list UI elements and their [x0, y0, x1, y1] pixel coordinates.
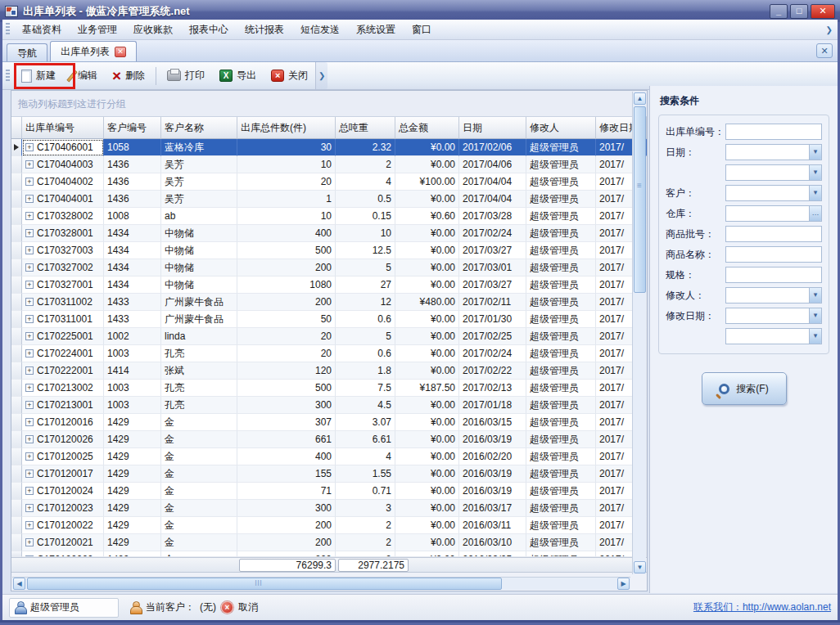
expand-icon[interactable]: + — [25, 212, 34, 220]
table-row[interactable]: +C1701200261429金6616.61¥0.002016/03/19超级… — [11, 431, 647, 448]
table-row[interactable]: +C1701200231429金3003¥0.002016/03/17超级管理员… — [11, 500, 647, 517]
table-row[interactable]: +C1703110021433广州蒙牛食品20012¥480.002017/02… — [11, 294, 647, 311]
chevron-down-icon[interactable]: ▾ — [809, 145, 821, 160]
search-input-field[interactable] — [726, 206, 810, 221]
expand-icon[interactable]: + — [25, 263, 34, 272]
menu-grip[interactable] — [6, 23, 10, 36]
search-dropdown[interactable]: ▾ — [725, 308, 822, 324]
column-header[interactable]: 客户编号 — [104, 117, 161, 139]
expand-icon[interactable]: + — [25, 195, 34, 203]
expand-icon[interactable]: + — [25, 418, 34, 426]
search-dropdown[interactable]: ▾ — [725, 185, 822, 201]
column-header[interactable]: 出库总件数(件) — [237, 117, 336, 139]
table-row[interactable]: +C1701200161429金3073.07¥0.002016/03/15超级… — [11, 414, 647, 431]
expand-icon[interactable]: + — [25, 504, 34, 512]
contact-link[interactable]: 联系我们：http://www.aolan.net — [693, 600, 831, 614]
table-row[interactable]: +C1703270031434中物储50012.5¥0.002017/03/27… — [11, 242, 647, 259]
table-row[interactable]: +C1703270011434中物储108027¥0.002017/03/27超… — [11, 277, 647, 294]
chevron-down-icon[interactable]: ▾ — [809, 288, 821, 303]
expand-icon[interactable]: + — [25, 246, 34, 254]
table-row[interactable]: +C1703270021434中物储2005¥0.002017/03/01超级管… — [11, 259, 647, 277]
expand-icon[interactable]: + — [25, 435, 34, 443]
table-row[interactable]: +C1701200241429金710.71¥0.002016/03/19超级管… — [11, 483, 647, 500]
expand-icon[interactable]: + — [25, 452, 34, 461]
table-row[interactable]: +C1702220011414张斌1201.8¥0.002017/02/22超级… — [11, 362, 647, 380]
table-row[interactable]: +C1704040031436吴芳102¥0.002017/04/06超级管理员… — [11, 156, 647, 173]
search-input-field[interactable] — [726, 124, 821, 139]
search-input-field[interactable] — [726, 186, 810, 200]
expand-icon[interactable]: + — [25, 332, 34, 340]
column-header[interactable]: 出库单编号 — [22, 117, 104, 139]
chevron-down-icon[interactable]: ▾ — [809, 186, 821, 200]
close-tab-button[interactable]: × 关闭 — [264, 65, 314, 86]
chevron-down-icon[interactable]: ▾ — [809, 308, 821, 323]
expand-icon[interactable]: + — [25, 521, 34, 529]
search-lookup-input[interactable]: … — [725, 205, 822, 222]
maximize-button[interactable]: □ — [790, 4, 808, 19]
menu-item[interactable]: 基础资料 — [14, 20, 70, 39]
expand-icon[interactable]: + — [25, 349, 34, 357]
table-row[interactable]: +C1701200251429金4004¥0.002016/02/20超级管理员… — [11, 448, 647, 465]
menu-item[interactable]: 业务管理 — [70, 20, 125, 39]
column-header[interactable]: 客户名称 — [161, 117, 237, 139]
expand-icon[interactable]: + — [25, 143, 34, 151]
menu-overflow-chevron-icon[interactable]: ❯ — [826, 25, 838, 34]
expand-icon[interactable]: + — [25, 178, 34, 186]
menu-item[interactable]: 统计报表 — [237, 20, 292, 39]
minimize-button[interactable]: _ — [770, 4, 788, 19]
menu-item[interactable]: 应收账款 — [125, 20, 181, 39]
table-row[interactable]: +C1702130021003孔亮5007.5¥187.502017/02/13… — [11, 380, 647, 397]
menu-item[interactable]: 短信发送 — [292, 20, 348, 39]
search-input-field[interactable] — [726, 247, 821, 262]
horizontal-scrollbar[interactable]: ◀ ▶ — [12, 577, 630, 590]
table-row[interactable]: +C1701200211429金2002¥0.002016/03/10超级管理员… — [11, 534, 647, 551]
expand-icon[interactable]: + — [25, 538, 34, 546]
search-dropdown[interactable]: ▾ — [725, 164, 822, 181]
search-input-field[interactable] — [726, 268, 821, 282]
cancel-button[interactable]: 取消 — [238, 600, 258, 614]
expand-icon[interactable]: + — [25, 401, 34, 409]
toolbar-grip[interactable] — [6, 70, 10, 83]
search-text-input[interactable] — [725, 246, 822, 263]
scroll-left-icon[interactable]: ◀ — [13, 578, 25, 590]
expand-icon[interactable]: + — [25, 315, 34, 323]
table-row[interactable]: +C1703280021008ab100.15¥0.602017/03/28超级… — [11, 208, 647, 225]
delete-button[interactable]: × 删除 — [106, 65, 151, 86]
tab-outbound-list[interactable]: 出库单列表 ✕ — [50, 41, 137, 61]
scroll-right-icon[interactable]: ▶ — [617, 578, 630, 590]
table-row[interactable]: +C1701200171429金1551.55¥0.002016/03/19超级… — [11, 465, 647, 483]
search-text-input[interactable] — [725, 226, 822, 242]
search-input-field[interactable] — [726, 288, 810, 303]
search-button[interactable]: 搜索(F) — [702, 372, 787, 405]
table-row[interactable]: +C1702240011003孔亮200.6¥0.002017/02/24超级管… — [11, 345, 647, 362]
menu-item[interactable]: 报表中心 — [181, 20, 237, 39]
new-button[interactable]: 新建 — [15, 65, 62, 86]
menu-item[interactable]: 窗口 — [404, 20, 440, 39]
table-row[interactable]: +C1704040011436吴芳10.5¥0.002017/04/04超级管理… — [11, 191, 647, 208]
expand-icon[interactable]: + — [25, 366, 34, 375]
scroll-up-icon[interactable]: ▲ — [634, 92, 646, 105]
expand-icon[interactable]: + — [25, 160, 34, 169]
expand-icon[interactable]: + — [25, 281, 34, 289]
table-row[interactable]: +C1703110011433广州蒙牛食品500.6¥0.002017/01/3… — [11, 311, 647, 328]
chevron-down-icon[interactable]: ▾ — [809, 165, 821, 180]
cancel-icon[interactable]: × — [221, 601, 233, 614]
table-row[interactable]: +C1704040021436吴芳204¥100.002017/04/04超级管… — [11, 173, 647, 191]
column-header[interactable]: 修改人 — [526, 117, 596, 139]
table-row[interactable]: +C1703280011434中物储40010¥0.002017/02/24超级… — [11, 225, 647, 242]
search-input-field[interactable] — [726, 227, 821, 241]
close-button[interactable]: ✕ — [811, 4, 835, 19]
export-button[interactable]: X 导出 — [213, 65, 263, 86]
search-text-input[interactable] — [725, 267, 822, 283]
scroll-down-icon[interactable]: ▼ — [634, 561, 646, 573]
table-row[interactable]: +C1702250011002linda205¥0.002017/02/25超级… — [11, 328, 647, 345]
search-dropdown[interactable]: ▾ — [725, 328, 822, 344]
chevron-down-icon[interactable]: ▾ — [809, 329, 821, 344]
vertical-scroll-thumb[interactable] — [634, 106, 646, 293]
tab-navigation[interactable]: 导航 — [7, 43, 47, 61]
edit-button[interactable]: 编辑 — [64, 65, 104, 86]
expand-icon[interactable]: + — [25, 298, 34, 306]
print-button[interactable]: 打印 — [160, 65, 211, 86]
table-row[interactable]: +C1701200221429金2002¥0.002016/03/11超级管理员… — [11, 517, 647, 534]
table-row[interactable]: +C1701200201429金2002¥0.002016/03/05超级管理员… — [11, 551, 647, 557]
